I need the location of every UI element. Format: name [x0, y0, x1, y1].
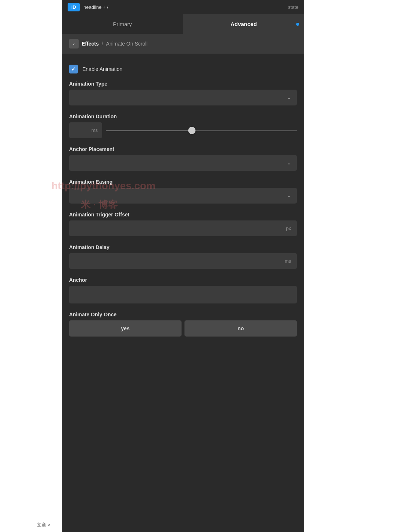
tab-primary[interactable]: Primary	[62, 14, 183, 34]
chevron-down-icon: ⌄	[287, 160, 291, 166]
slider-fill	[106, 130, 192, 131]
duration-input[interactable]: ms	[69, 122, 102, 138]
side-panel: ID headline + / state Primary Advanced ‹…	[62, 0, 304, 532]
anchor-placement-dropdown[interactable]: ⌄	[69, 155, 297, 171]
animate-only-once-toggle: yes no	[69, 320, 297, 337]
headline-tag: headline + /	[83, 4, 108, 10]
breadcrumb: ‹ Effects / Animate On Scroll	[62, 34, 304, 54]
back-icon: ‹	[73, 41, 75, 47]
breadcrumb-section: Effects	[82, 41, 99, 47]
breadcrumb-separator: /	[102, 41, 103, 47]
animation-delay-label: Animation Delay	[69, 244, 297, 250]
animation-delay-input[interactable]: ms	[69, 253, 297, 269]
enable-animation-checkbox[interactable]: ✓	[69, 65, 78, 73]
anchor-placement-group: Anchor Placement ⌄	[69, 146, 297, 171]
animation-type-dropdown[interactable]: ⌄	[69, 90, 297, 105]
enable-animation-label: Enable Animation	[82, 66, 122, 72]
animation-type-group: Animation Type ⌄	[69, 81, 297, 105]
content-area: ✓ Enable Animation Animation Type ⌄ Anim…	[62, 54, 304, 352]
back-button[interactable]: ‹	[69, 39, 79, 48]
tab-bar: Primary Advanced	[62, 14, 304, 34]
delay-unit: ms	[285, 258, 291, 264]
slider-thumb[interactable]	[188, 127, 196, 134]
id-badge: ID	[68, 3, 80, 11]
anchor-input[interactable]	[69, 286, 297, 303]
anchor-placement-label: Anchor Placement	[69, 146, 297, 152]
animation-easing-group: Animation Easing ⌄	[69, 179, 297, 204]
animation-type-label: Animation Type	[69, 81, 297, 87]
state-label: state	[288, 4, 298, 10]
tab-advanced[interactable]: Advanced	[183, 14, 304, 34]
animate-only-once-group: Animate Only Once yes no	[69, 312, 297, 337]
duration-slider[interactable]	[106, 130, 297, 131]
anchor-group: Anchor	[69, 277, 297, 303]
enable-animation-row: ✓ Enable Animation	[69, 61, 297, 81]
no-button[interactable]: no	[184, 320, 297, 337]
anchor-label: Anchor	[69, 277, 297, 283]
trigger-offset-unit: px	[286, 226, 291, 231]
checkmark-icon: ✓	[71, 66, 76, 72]
top-bar: ID headline + / state	[62, 0, 304, 14]
chevron-down-icon: ⌄	[287, 193, 291, 198]
chevron-down-icon: ⌄	[287, 95, 291, 100]
animation-trigger-offset-label: Animation Trigger Offset	[69, 212, 297, 218]
animation-delay-group: Animation Delay ms	[69, 244, 297, 269]
animate-only-once-label: Animate Only Once	[69, 312, 297, 317]
animation-easing-dropdown[interactable]: ⌄	[69, 188, 297, 204]
duration-unit: ms	[92, 127, 98, 133]
animation-trigger-offset-input[interactable]: px	[69, 220, 297, 236]
duration-row: ms	[69, 122, 297, 138]
animation-easing-label: Animation Easing	[69, 179, 297, 185]
animation-duration-group: Animation Duration ms	[69, 114, 297, 138]
breadcrumb-subsection: Animate On Scroll	[106, 41, 148, 47]
animation-trigger-offset-group: Animation Trigger Offset px	[69, 212, 297, 236]
footer-text: 文章 >	[37, 522, 50, 528]
yes-button[interactable]: yes	[69, 320, 182, 337]
animation-duration-label: Animation Duration	[69, 114, 297, 119]
